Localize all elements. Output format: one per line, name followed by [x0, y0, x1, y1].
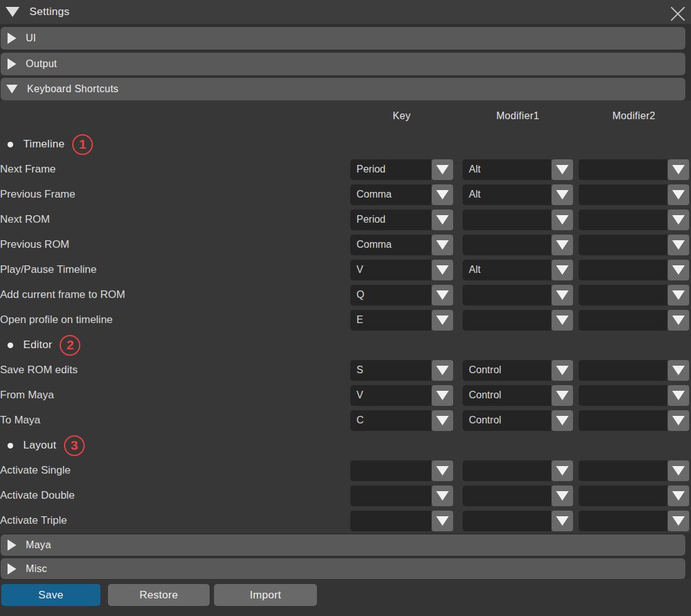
chevron-down-icon[interactable] — [552, 410, 573, 431]
key-dropdown[interactable] — [350, 486, 453, 506]
chevron-down-icon[interactable] — [552, 385, 573, 406]
column-header-modifier1: Modifier1 — [463, 110, 573, 122]
modifier1-dropdown[interactable]: Control — [463, 410, 573, 431]
key-dropdown[interactable]: Period — [350, 159, 453, 180]
dropdown-value — [579, 486, 667, 506]
chevron-down-icon[interactable] — [668, 235, 689, 255]
chevron-down-icon[interactable] — [552, 285, 573, 305]
chevron-down-icon[interactable] — [552, 260, 573, 280]
key-dropdown[interactable]: E — [350, 310, 453, 331]
chevron-down-icon[interactable] — [552, 310, 573, 331]
shortcut-row: Add current frame to ROM Q — [0, 282, 691, 307]
chevron-down-icon[interactable] — [432, 511, 453, 531]
section-header-ui[interactable]: UI — [1, 27, 685, 50]
chevron-down-icon[interactable] — [432, 210, 453, 230]
modifier1-dropdown[interactable] — [463, 310, 573, 331]
chevron-down-icon[interactable] — [668, 310, 689, 331]
dropdown-value: Alt — [463, 184, 551, 205]
restore-button[interactable]: Restore — [108, 584, 210, 606]
key-dropdown[interactable]: Period — [350, 210, 453, 230]
chevron-down-icon[interactable] — [432, 260, 453, 280]
key-dropdown[interactable]: Comma — [350, 235, 453, 255]
key-dropdown[interactable]: S — [350, 360, 453, 381]
modifier2-dropdown[interactable] — [579, 235, 689, 255]
modifier2-dropdown[interactable] — [579, 360, 689, 381]
modifier1-dropdown[interactable] — [463, 210, 573, 230]
chevron-down-icon[interactable] — [552, 210, 573, 230]
chevron-down-icon[interactable] — [432, 460, 453, 481]
chevron-down-icon[interactable] — [432, 235, 453, 255]
import-button[interactable]: Import — [214, 584, 317, 606]
section-header-output[interactable]: Output — [1, 53, 685, 75]
collapse-down-icon[interactable] — [6, 7, 19, 17]
chevron-down-icon[interactable] — [432, 310, 453, 331]
dropdown-value: V — [350, 385, 431, 406]
modifier2-dropdown[interactable] — [579, 184, 689, 205]
modifier2-dropdown[interactable] — [579, 385, 689, 406]
modifier1-dropdown[interactable]: Control — [463, 360, 573, 381]
chevron-down-icon[interactable] — [432, 285, 453, 305]
dropdown-value — [350, 460, 431, 481]
chevron-down-icon[interactable] — [668, 460, 689, 481]
modifier1-dropdown[interactable]: Alt — [463, 184, 573, 205]
chevron-down-icon[interactable] — [432, 159, 453, 180]
dropdown-value: Control — [463, 360, 551, 381]
chevron-down-icon[interactable] — [668, 410, 689, 431]
chevron-down-icon[interactable] — [432, 410, 453, 431]
chevron-down-icon[interactable] — [552, 235, 573, 255]
modifier1-dropdown[interactable] — [463, 486, 573, 506]
chevron-down-icon[interactable] — [668, 385, 689, 406]
section-header-maya[interactable]: Maya — [1, 534, 685, 556]
modifier2-dropdown[interactable] — [579, 511, 689, 531]
modifier1-dropdown[interactable] — [463, 460, 573, 481]
chevron-down-icon[interactable] — [668, 184, 689, 205]
chevron-down-icon[interactable] — [668, 210, 689, 230]
modifier1-dropdown[interactable] — [463, 511, 573, 531]
modifier2-dropdown[interactable] — [579, 159, 689, 180]
chevron-down-icon[interactable] — [668, 285, 689, 305]
section-header-misc[interactable]: Misc — [1, 558, 685, 579]
modifier1-dropdown[interactable]: Alt — [463, 260, 573, 280]
modifier1-dropdown[interactable] — [463, 235, 573, 255]
modifier2-dropdown[interactable] — [579, 486, 689, 506]
key-dropdown[interactable]: Q — [350, 285, 453, 305]
chevron-down-icon[interactable] — [552, 360, 573, 381]
chevron-down-icon[interactable] — [552, 486, 573, 506]
modifier1-dropdown[interactable]: Alt — [463, 159, 573, 180]
chevron-down-icon[interactable] — [552, 184, 573, 205]
chevron-down-icon[interactable] — [668, 486, 689, 506]
chevron-down-icon[interactable] — [432, 385, 453, 406]
chevron-down-icon[interactable] — [432, 184, 453, 205]
section-label: Misc — [26, 563, 47, 575]
chevron-down-icon[interactable] — [432, 360, 453, 381]
modifier2-dropdown[interactable] — [579, 285, 689, 305]
modifier2-dropdown[interactable] — [579, 410, 689, 431]
save-button[interactable]: Save — [1, 584, 100, 606]
section-header-keyboard-shortcuts[interactable]: Keyboard Shortcuts — [1, 78, 685, 100]
key-dropdown[interactable] — [350, 460, 453, 481]
key-dropdown[interactable]: V — [350, 385, 453, 406]
key-dropdown[interactable]: V — [350, 260, 453, 280]
close-icon[interactable] — [670, 4, 686, 21]
chevron-down-icon[interactable] — [668, 260, 689, 280]
key-dropdown[interactable]: Comma — [350, 184, 453, 205]
shortcut-row: Activate Single — [0, 458, 691, 483]
bullet-icon — [8, 343, 13, 348]
shortcut-label: Previous ROM — [0, 238, 350, 251]
chevron-down-icon[interactable] — [668, 360, 689, 381]
modifier1-dropdown[interactable]: Control — [463, 385, 573, 406]
modifier2-dropdown[interactable] — [579, 210, 689, 230]
modifier1-dropdown[interactable] — [463, 285, 573, 305]
chevron-down-icon[interactable] — [552, 511, 573, 531]
key-dropdown[interactable]: C — [350, 410, 453, 431]
chevron-down-icon[interactable] — [552, 460, 573, 481]
modifier2-dropdown[interactable] — [579, 310, 689, 331]
chevron-down-icon[interactable] — [668, 511, 689, 531]
modifier2-dropdown[interactable] — [579, 260, 689, 280]
modifier2-dropdown[interactable] — [579, 460, 689, 481]
chevron-down-icon[interactable] — [552, 159, 573, 180]
dropdown-value — [350, 486, 431, 506]
chevron-down-icon[interactable] — [432, 486, 453, 506]
key-dropdown[interactable] — [350, 511, 453, 531]
chevron-down-icon[interactable] — [668, 159, 689, 180]
